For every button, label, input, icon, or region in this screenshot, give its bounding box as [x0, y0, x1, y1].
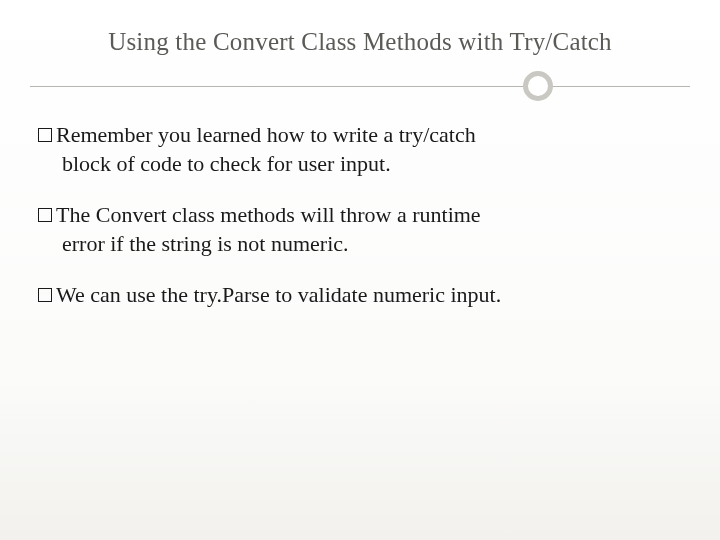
- square-bullet-icon: [38, 288, 52, 302]
- slide-title: Using the Convert Class Methods with Try…: [30, 28, 690, 70]
- slide: Using the Convert Class Methods with Try…: [0, 0, 720, 540]
- bullet-text: The Convert class methods will throw a r…: [56, 202, 481, 227]
- bullet-item: Remember you learned how to write a try/…: [38, 120, 682, 178]
- bullet-text-cont: error if the string is not numeric.: [38, 229, 682, 258]
- square-bullet-icon: [38, 128, 52, 142]
- divider-circle-icon: [523, 71, 553, 101]
- divider-line: [30, 86, 690, 87]
- slide-content: Remember you learned how to write a try/…: [30, 120, 690, 309]
- bullet-item: The Convert class methods will throw a r…: [38, 200, 682, 258]
- square-bullet-icon: [38, 208, 52, 222]
- title-divider: [30, 70, 690, 102]
- bullet-item: We can use the try.Parse to validate num…: [38, 280, 682, 309]
- bullet-text: We can use the try.Parse to validate num…: [56, 282, 501, 307]
- bullet-text: Remember you learned how to write a try/…: [56, 122, 476, 147]
- bullet-text-cont: block of code to check for user input.: [38, 149, 682, 178]
